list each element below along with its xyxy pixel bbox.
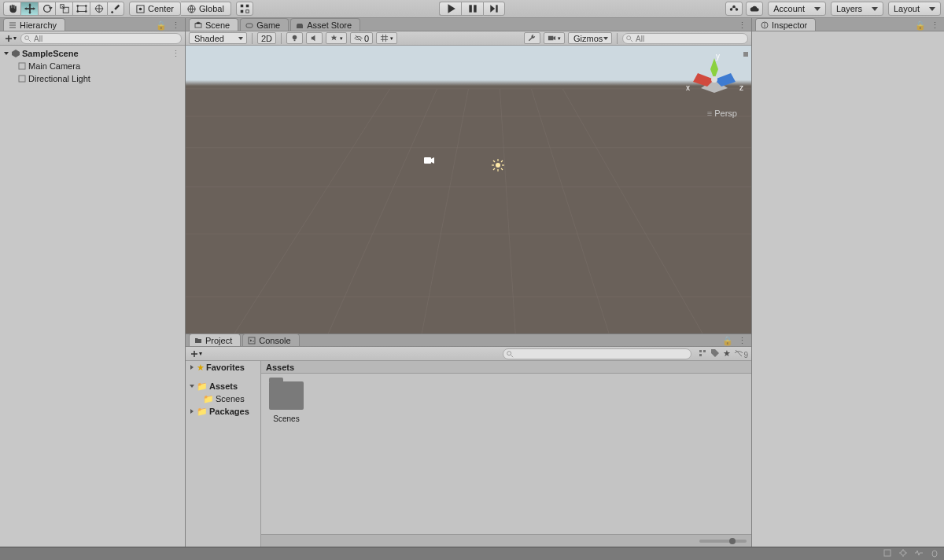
center-area: Scene Game Asset Store ⋮ Shaded 2D ▾ 0 ▾…: [186, 18, 752, 547]
visibility-count-label: 0: [364, 34, 369, 43]
grid-dropdown-button[interactable]: ▾: [376, 32, 397, 44]
lock-icon[interactable]: 🔒: [915, 20, 926, 31]
play-button[interactable]: [439, 2, 461, 16]
scene-search-input[interactable]: [636, 35, 743, 43]
svg-rect-60: [703, 350, 706, 352]
project-search-input[interactable]: [516, 350, 686, 359]
tab-console[interactable]: Console: [242, 333, 299, 346]
gameobject-row-camera[interactable]: Main Camera: [0, 60, 185, 72]
tree-scenes[interactable]: 📁Scenes: [186, 392, 260, 405]
svg-point-58: [507, 351, 511, 355]
svg-rect-64: [765, 25, 765, 28]
create-dropdown-button[interactable]: ▾: [3, 33, 17, 44]
toggle-2d-button[interactable]: 2D: [257, 32, 276, 44]
filter-by-label-button[interactable]: [710, 348, 720, 359]
pivot-toggle-button[interactable]: Center: [129, 2, 181, 16]
transform-tools-group: [3, 2, 124, 16]
layout-dropdown[interactable]: Layout: [888, 2, 941, 16]
scene-viewport[interactable]: y x z ≡ Persp: [186, 46, 751, 333]
scene-root-row[interactable]: SampleScene ⋮: [0, 47, 185, 60]
tab-scene[interactable]: Scene: [189, 18, 238, 31]
effects-icon: [330, 34, 338, 42]
gizmo-lock-icon[interactable]: [743, 52, 748, 57]
tab-asset-store-label: Asset Store: [307, 20, 352, 30]
rect-tool-button[interactable]: [72, 2, 90, 16]
tab-console-label: Console: [259, 336, 290, 345]
gizmos-dropdown[interactable]: Gizmos: [568, 32, 612, 44]
toggle-2d-label: 2D: [261, 34, 272, 43]
breadcrumb[interactable]: Assets: [261, 361, 751, 374]
svg-rect-2: [77, 6, 86, 12]
search-icon: [625, 35, 633, 42]
packages-label: Packages: [209, 407, 249, 416]
svg-point-5: [76, 10, 79, 13]
account-dropdown[interactable]: Account: [768, 2, 826, 16]
caret-right-icon: [189, 364, 195, 370]
scene-search[interactable]: [622, 33, 748, 44]
icon-size-slider[interactable]: [699, 540, 747, 543]
tree-packages[interactable]: 📁Packages: [186, 405, 260, 418]
asset-item-scenes[interactable]: Scenes: [269, 381, 304, 423]
svg-point-3: [76, 5, 79, 7]
tab-inspector[interactable]: Inspector: [755, 18, 816, 31]
hierarchy-search[interactable]: [20, 33, 182, 44]
pause-icon: [467, 3, 478, 14]
hidden-items-button[interactable]: 9: [734, 348, 748, 359]
hand-tool-button[interactable]: [3, 2, 20, 16]
tab-game[interactable]: Game: [240, 18, 289, 31]
gameobject-icon: [17, 61, 27, 71]
shading-mode-dropdown[interactable]: Shaded: [189, 32, 247, 44]
slider-knob[interactable]: [729, 538, 736, 544]
status-bug-icon[interactable]: [898, 548, 908, 559]
effects-dropdown-button[interactable]: ▾: [326, 32, 347, 44]
rotate-tool-button[interactable]: [38, 2, 55, 16]
space-toggle-button[interactable]: Global: [181, 2, 231, 16]
projection-label[interactable]: ≡ Persp: [707, 109, 737, 118]
layers-dropdown[interactable]: Layers: [831, 2, 883, 16]
kebab-menu-icon[interactable]: ⋮: [931, 20, 939, 31]
tab-asset-store[interactable]: Asset Store: [290, 18, 360, 31]
hierarchy-search-input[interactable]: [34, 35, 176, 43]
tools-settings-button[interactable]: [524, 32, 540, 44]
hidden-count-label: 9: [743, 351, 748, 359]
tab-project[interactable]: Project: [189, 333, 241, 346]
lock-icon[interactable]: 🔒: [156, 20, 167, 31]
status-auto-generate-icon[interactable]: [883, 548, 892, 559]
hierarchy-toolbar: ▾: [0, 31, 185, 46]
svg-point-43: [496, 163, 500, 168]
snap-toggle-button[interactable]: [236, 2, 253, 16]
tree-favorites[interactable]: ★Favorites: [186, 361, 260, 374]
transform-tool-button[interactable]: [90, 2, 107, 16]
project-create-button[interactable]: ▾: [189, 348, 203, 359]
status-debug-icon[interactable]: [930, 548, 939, 559]
project-search[interactable]: [503, 348, 691, 359]
cloud-button[interactable]: [746, 2, 763, 16]
custom-tools-button[interactable]: [107, 2, 124, 16]
favorites-label: Favorites: [206, 363, 245, 372]
orientation-gizmo[interactable]: [687, 52, 742, 107]
lighting-toggle-button[interactable]: [286, 32, 303, 44]
kebab-menu-icon[interactable]: ⋮: [738, 336, 747, 346]
kebab-menu-icon[interactable]: ⋮: [171, 20, 180, 31]
audio-toggle-button[interactable]: [306, 32, 323, 44]
camera-settings-button[interactable]: ▾: [544, 32, 565, 44]
gameobject-row-light[interactable]: Directional Light: [0, 72, 185, 85]
hierarchy-tab-label: Hierarchy: [20, 20, 57, 30]
collab-button[interactable]: [725, 2, 743, 16]
filter-by-type-button[interactable]: [698, 348, 707, 359]
tab-hierarchy[interactable]: Hierarchy: [3, 18, 65, 31]
scale-tool-button[interactable]: [55, 2, 72, 16]
play-icon: [445, 3, 456, 14]
move-tool-button[interactable]: [20, 2, 38, 16]
pause-button[interactable]: [461, 2, 483, 16]
svg-point-66: [901, 551, 905, 555]
lock-icon[interactable]: 🔒: [722, 336, 733, 346]
save-search-button[interactable]: ★: [723, 348, 731, 359]
tree-assets[interactable]: 📁Assets: [186, 380, 260, 392]
status-activity-icon[interactable]: [914, 548, 924, 559]
step-button[interactable]: [483, 2, 505, 16]
hierarchy-tree: SampleScene ⋮ Main Camera Directional Li…: [0, 46, 185, 547]
kebab-menu-icon[interactable]: ⋮: [171, 49, 180, 59]
visibility-toggle-button[interactable]: 0: [350, 32, 373, 44]
kebab-menu-icon[interactable]: ⋮: [738, 20, 747, 31]
